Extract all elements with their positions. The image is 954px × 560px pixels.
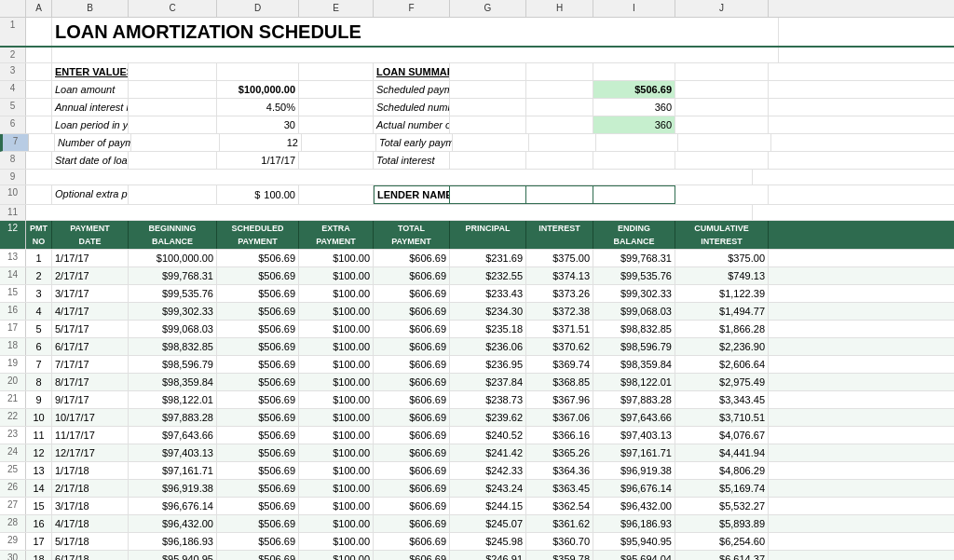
cell-30-1: 6/17/18 xyxy=(52,551,129,560)
cell-13-8: $99,768.31 xyxy=(593,250,675,266)
cell-21-1: 9/17/17 xyxy=(52,391,129,408)
cell-20-9: $2,975.49 xyxy=(675,374,769,390)
cell-e4 xyxy=(299,81,374,98)
col-header-a: A xyxy=(26,0,52,17)
row-num-2: 2 xyxy=(0,48,26,62)
cell-j4 xyxy=(675,81,769,98)
cell-26-4: $100.00 xyxy=(299,480,374,497)
cell-26-9: $5,169.74 xyxy=(675,480,769,497)
cell-14-6: $232.55 xyxy=(450,267,526,284)
cell-17-4: $100.00 xyxy=(299,321,374,337)
cell-23-5: $606.69 xyxy=(374,427,450,444)
cell-15-3: $506.69 xyxy=(217,285,299,302)
cell-15-0: 3 xyxy=(26,285,52,302)
cell-28-9: $5,893.89 xyxy=(675,515,769,532)
cell-27-5: $606.69 xyxy=(374,498,450,514)
cell-14-4: $100.00 xyxy=(299,267,374,284)
cell-e7 xyxy=(302,134,376,151)
cell-16-1: 4/17/17 xyxy=(52,303,129,320)
row-num-28: 28 xyxy=(0,515,26,532)
cell-27-3: $506.69 xyxy=(217,498,299,514)
cell-19-0: 7 xyxy=(26,356,52,373)
scheduled-payment-value: $506.69 xyxy=(593,81,675,98)
cell-h6 xyxy=(526,116,593,133)
cell-a2 xyxy=(26,48,52,62)
table-row-24: 241212/17/17$97,403.13$506.69$100.00$606… xyxy=(0,444,954,462)
actual-num-value: 360 xyxy=(593,116,675,133)
col-header-h: H xyxy=(526,0,593,17)
cell-27-0: 15 xyxy=(26,498,52,514)
col-header-c: C xyxy=(129,0,217,17)
cell-21-2: $98,122.01 xyxy=(129,391,217,408)
annual-rate-value: 4.50% xyxy=(217,99,299,116)
cell-g3 xyxy=(450,63,526,80)
cell-14-8: $99,535.76 xyxy=(593,267,675,284)
cell-19-6: $236.95 xyxy=(450,356,526,373)
lender-name-cell: LENDER NAME xyxy=(374,185,450,204)
row-num-14: 14 xyxy=(0,267,26,284)
cell-26-5: $606.69 xyxy=(374,480,450,497)
cell-e5 xyxy=(299,99,374,116)
cell-c4 xyxy=(129,81,217,98)
row-num-25: 25 xyxy=(0,462,26,479)
loan-period-label: Loan period in years xyxy=(52,116,129,133)
cell-20-0: 8 xyxy=(26,374,52,390)
cell-j8 xyxy=(675,152,769,169)
cell-24-5: $606.69 xyxy=(374,444,450,461)
cell-c10 xyxy=(129,185,217,204)
cell-23-0: 11 xyxy=(26,427,52,444)
cell-i7 xyxy=(596,134,678,151)
th-ending: ENDINGBALANCE xyxy=(593,221,675,249)
row-num-27: 27 xyxy=(0,498,26,514)
cell-15-6: $233.43 xyxy=(450,285,526,302)
row-4: 4 Loan amount $100,000.00 Scheduled paym… xyxy=(0,81,954,99)
cell-19-4: $100.00 xyxy=(299,356,374,373)
th-begin: BEGINNINGBALANCE xyxy=(129,221,217,249)
cell-22-8: $97,643.66 xyxy=(593,409,675,426)
row-num-18: 18 xyxy=(0,338,26,355)
row-num-1: 1 xyxy=(0,18,26,46)
scheduled-num-value: 360 xyxy=(593,99,675,116)
cell-16-3: $506.69 xyxy=(217,303,299,320)
cell-14-7: $374.13 xyxy=(526,267,593,284)
cell-15-7: $373.26 xyxy=(526,285,593,302)
cell-23-3: $506.69 xyxy=(217,427,299,444)
table-row-29: 29175/17/18$96,186.93$506.69$100.00$606.… xyxy=(0,533,954,551)
table-row-16: 1644/17/17$99,302.33$506.69$100.00$606.6… xyxy=(0,303,954,321)
cell-19-7: $369.74 xyxy=(526,356,593,373)
cell-13-4: $100.00 xyxy=(299,250,374,266)
cell-16-0: 4 xyxy=(26,303,52,320)
cell-17-3: $506.69 xyxy=(217,321,299,337)
cell-17-8: $98,832.85 xyxy=(593,321,675,337)
table-row-27: 27153/17/18$96,676.14$506.69$100.00$606.… xyxy=(0,498,954,515)
table-row-25: 25131/17/18$97,161.71$506.69$100.00$606.… xyxy=(0,462,954,480)
row-num-7: 7 xyxy=(3,134,29,151)
cell-23-8: $97,403.13 xyxy=(593,427,675,444)
cell-28-3: $506.69 xyxy=(217,515,299,532)
col-header-f: F xyxy=(374,0,450,17)
cell-a3 xyxy=(26,63,52,80)
cell-c3 xyxy=(129,63,217,80)
cell-14-2: $99,768.31 xyxy=(129,267,217,284)
title-cell: LOAN AMORTIZATION SCHEDULE xyxy=(52,18,779,46)
dollar-symbol: $ xyxy=(254,187,260,202)
total-interest-label: Total interest xyxy=(374,152,450,169)
cell-23-2: $97,643.66 xyxy=(129,427,217,444)
cell-h8 xyxy=(526,152,593,169)
cell-25-2: $97,161.71 xyxy=(129,462,217,479)
cell-13-1: 1/17/17 xyxy=(52,250,129,266)
cell-15-8: $99,302.33 xyxy=(593,285,675,302)
cell-g6 xyxy=(450,116,526,133)
cell-g5 xyxy=(450,99,526,116)
cell-18-6: $236.06 xyxy=(450,338,526,355)
cell-18-9: $2,236.90 xyxy=(675,338,769,355)
cell-28-2: $96,432.00 xyxy=(129,515,217,532)
cell-19-8: $98,359.84 xyxy=(593,356,675,373)
cell-27-2: $96,676.14 xyxy=(129,498,217,514)
col-header-b: B xyxy=(52,0,129,17)
cell-e6 xyxy=(299,116,374,133)
cell-23-1: 11/17/17 xyxy=(52,427,129,444)
cell-26-3: $506.69 xyxy=(217,480,299,497)
cell-30-6: $246.91 xyxy=(450,551,526,560)
cell-g4 xyxy=(450,81,526,98)
